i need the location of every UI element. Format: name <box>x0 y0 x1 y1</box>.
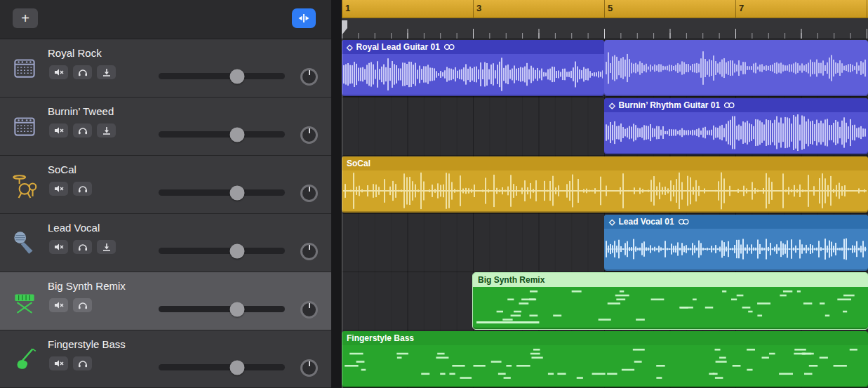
volume-thumb[interactable] <box>229 185 244 200</box>
input-monitor-button[interactable] <box>97 123 116 138</box>
midi-notes <box>343 346 867 385</box>
pan-knob[interactable] <box>300 126 318 144</box>
track-name: SoCal <box>48 163 76 175</box>
follow-tempo-icon: ◇ <box>609 101 615 110</box>
follow-tempo-icon: ◇ <box>609 218 615 227</box>
add-track-button[interactable]: + <box>13 8 38 28</box>
track-row-burnin-tweed[interactable]: Burnin’ Tweed <box>0 98 331 156</box>
audio-waveform <box>606 229 867 269</box>
region-label: Lead Vocal 01 <box>618 217 674 227</box>
pan-knob[interactable] <box>300 359 318 377</box>
region-label: SoCal <box>347 159 370 168</box>
volume-thumb[interactable] <box>229 243 244 258</box>
mic-icon <box>10 228 39 257</box>
input-monitor-button[interactable] <box>97 65 116 79</box>
volume-slider[interactable] <box>159 131 285 138</box>
volume-thumb[interactable] <box>229 127 244 142</box>
bar-line <box>342 0 342 18</box>
bass-icon <box>10 344 39 374</box>
track-header-panel: + Royal Rock <box>0 0 331 388</box>
track-controls <box>49 182 92 196</box>
audio-waveform <box>343 55 603 94</box>
mute-button[interactable] <box>49 240 68 254</box>
mute-button[interactable] <box>49 65 68 79</box>
volume-slider[interactable] <box>159 364 285 370</box>
track-controls <box>49 65 116 79</box>
pan-knob[interactable] <box>300 301 318 319</box>
volume-thumb[interactable] <box>229 69 244 83</box>
bar-line <box>867 0 867 18</box>
region-header: ◇ Lead Vocal 01 <box>604 215 868 229</box>
bar-line <box>604 0 605 18</box>
region-lead-vocal[interactable]: ◇ Lead Vocal 01 <box>604 215 868 271</box>
track-row-lead-vocal[interactable]: Lead Vocal <box>0 214 331 272</box>
region-fingerstyle-bass[interactable]: Fingerstyle Bass <box>342 331 868 387</box>
volume-thumb[interactable] <box>229 302 244 316</box>
volume-thumb[interactable] <box>229 360 244 375</box>
pan-knob[interactable] <box>300 185 318 202</box>
bar-line <box>473 0 474 18</box>
volume-slider[interactable] <box>159 73 285 79</box>
headphones-button[interactable] <box>73 240 92 254</box>
synth-icon <box>10 286 39 316</box>
region-burnin-rhythm-guitar[interactable]: ◇ Burnin’ Rhythm Guitar 01 <box>604 98 868 154</box>
headphones-button[interactable] <box>73 298 92 312</box>
arrange-area[interactable]: ◇ Royal Lead Guitar 01 ◇ Burnin’ Rhythm … <box>342 39 868 388</box>
pan-knob[interactable] <box>300 243 318 260</box>
audio-waveform <box>606 42 867 94</box>
headphones-button[interactable] <box>73 356 92 370</box>
snap-button[interactable] <box>292 8 316 28</box>
track-name: Fingerstyle Bass <box>48 338 126 350</box>
track-controls <box>49 298 92 312</box>
follow-tempo-icon: ◇ <box>347 43 352 52</box>
mute-button[interactable] <box>49 182 68 196</box>
midi-notes <box>474 288 867 327</box>
playhead-line <box>342 39 342 388</box>
region-royal-lead-guitar-loop[interactable] <box>604 40 868 96</box>
loop-badge-icon <box>678 218 690 225</box>
drums-icon <box>10 170 39 199</box>
volume-slider[interactable] <box>159 189 285 196</box>
region-royal-lead-guitar[interactable]: ◇ Royal Lead Guitar 01 <box>342 40 604 96</box>
bar-number: 5 <box>608 3 613 13</box>
track-row-socal[interactable]: SoCal <box>0 156 331 214</box>
track-controls <box>49 123 116 138</box>
region-header: Big Synth Remix <box>473 273 868 287</box>
region-label: Big Synth Remix <box>478 275 545 285</box>
snap-to-grid-icon <box>298 13 310 23</box>
bar-line <box>735 0 736 18</box>
region-label: Fingerstyle Bass <box>347 333 414 343</box>
track-toolbar: + <box>0 0 331 39</box>
region-header: Fingerstyle Bass <box>342 331 868 345</box>
playhead-handle[interactable] <box>342 20 347 35</box>
region-label: Burnin’ Rhythm Guitar 01 <box>618 100 720 110</box>
track-name: Big Synth Remix <box>48 280 126 292</box>
volume-slider[interactable] <box>159 248 285 254</box>
track-row-big-synth-remix[interactable]: Big Synth Remix <box>0 272 331 330</box>
region-socal[interactable]: SoCal <box>342 156 868 213</box>
mute-button[interactable] <box>49 356 68 370</box>
mute-button[interactable] <box>49 123 68 138</box>
region-big-synth-remix[interactable]: Big Synth Remix <box>473 273 868 329</box>
pan-knob[interactable] <box>300 68 318 86</box>
timeline: 1 3 5 7 ◇ Royal Lead Guitar 01 <box>342 0 868 388</box>
amp-icon <box>10 112 39 141</box>
panel-divider[interactable] <box>331 0 342 388</box>
volume-slider[interactable] <box>159 306 285 312</box>
track-controls <box>49 240 116 254</box>
bar-ruler[interactable]: 1 3 5 7 <box>342 0 868 18</box>
region-header: ◇ Burnin’ Rhythm Guitar 01 <box>604 98 868 112</box>
amp-icon <box>10 53 39 83</box>
track-name: Burnin’ Tweed <box>48 105 114 117</box>
garageband-window: + Royal Rock <box>0 0 868 388</box>
track-row-royal-rock[interactable]: Royal Rock <box>0 39 331 98</box>
headphones-button[interactable] <box>73 123 92 138</box>
track-controls <box>49 356 92 370</box>
input-monitor-button[interactable] <box>97 240 116 254</box>
headphones-button[interactable] <box>73 182 92 196</box>
track-name: Lead Vocal <box>48 222 100 234</box>
headphones-button[interactable] <box>73 65 92 79</box>
beat-ruler[interactable] <box>342 18 868 39</box>
track-row-fingerstyle-bass[interactable]: Fingerstyle Bass <box>0 330 331 388</box>
mute-button[interactable] <box>49 298 68 312</box>
